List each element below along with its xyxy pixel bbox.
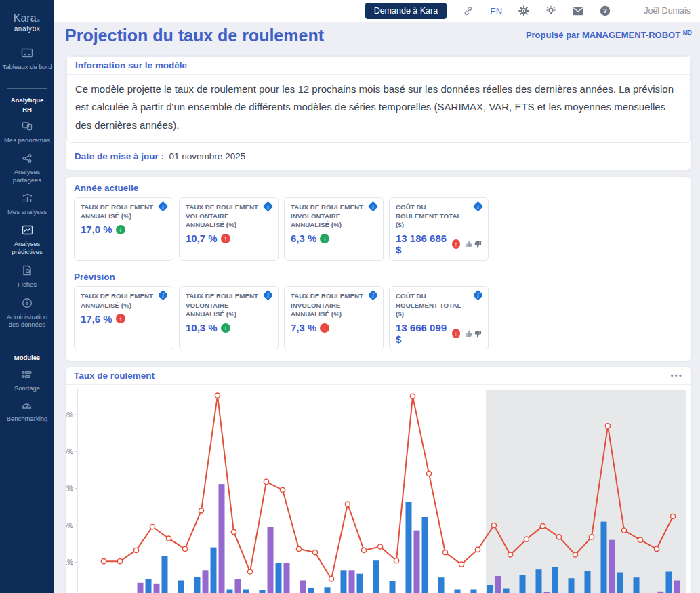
sidebar-item-label: Tableaux de bord <box>3 63 52 71</box>
sidebar-divider <box>7 41 47 41</box>
chart-menu-dots-icon[interactable]: ••• <box>670 371 683 381</box>
thumbs-down-icon[interactable] <box>474 241 482 248</box>
sidebar-item-label: Benchmarking <box>7 415 48 423</box>
dashboard-icon <box>21 48 33 61</box>
kpi-value: 17,6 % <box>81 313 112 325</box>
svg-text:2%: 2% <box>66 485 73 492</box>
thumbs-up-icon[interactable] <box>465 330 472 338</box>
sidebar-item-label: Mes panoramas <box>4 136 50 144</box>
kpi-card-voluntary-turnover: TAUX DE ROULEMENT VOLONTAIRE ANNUALISÉ (… <box>179 197 279 262</box>
trend-icon: ↓ <box>320 234 329 243</box>
kpi-card-turnover-annualized-forecast: TAUX DE ROULEMENT ANNUALISÉ (%) 17,6 % ↑… <box>74 286 173 350</box>
update-date-row: Date de mise à jour : 01 novembre 2025 <box>66 144 691 170</box>
turnover-chart-panel: Taux de roulement ••• 0%0.5%1%1.5%2%2.5%… <box>65 367 692 593</box>
main-content: Projection du taux de roulement Propulsé… <box>54 22 700 593</box>
sidebar-item-label: Mes analyses <box>7 208 47 216</box>
trend-icon: ↑ <box>116 314 125 323</box>
turnover-chart: 0%0.5%1%1.5%2%2.5%3%décembre, 2023juin, … <box>66 386 693 593</box>
trend-icon: ↑ <box>452 329 460 338</box>
svg-text:1%: 1% <box>66 558 73 566</box>
kpi-card-involuntary-turnover: TAUX DE ROULEMENT INVOLONTAIRE ANNUALISÉ… <box>284 197 384 262</box>
logo-dot: . <box>37 7 41 25</box>
model-info-description: Ce modèle projette le taux de roulement … <box>67 75 690 142</box>
kpi-label: COÛT DU ROULEMENT TOTAL ($) <box>396 203 482 230</box>
powered-by: Propulsé par MANAGEMENT-ROBOT MD <box>526 29 692 40</box>
info-diamond-icon[interactable]: i <box>473 201 484 211</box>
kpi-label: TAUX DE ROULEMENT VOLONTAIRE ANNUALISÉ (… <box>186 291 272 319</box>
thumbs-down-icon[interactable] <box>474 330 482 338</box>
kpi-label: TAUX DE ROULEMENT VOLONTAIRE ANNUALISÉ (… <box>186 203 272 230</box>
chart-title: Taux de roulement <box>74 371 155 381</box>
page-title: Projection du taux de roulement <box>65 26 324 45</box>
sidebar-divider <box>7 88 47 89</box>
share-network-icon <box>22 153 33 166</box>
kpi-card-involuntary-turnover-forecast: TAUX DE ROULEMENT INVOLONTAIRE ANNUALISÉ… <box>284 286 384 350</box>
kpi-value: 7,3 % <box>291 322 316 333</box>
sidebar-item-label: Analyses prédictives <box>2 240 52 256</box>
trend-icon: ↑ <box>320 323 329 333</box>
kpi-label: TAUX DE ROULEMENT ANNUALISÉ (%) <box>81 291 167 309</box>
sidebar-item-mes-analyses[interactable]: Mes analyses <box>7 193 47 216</box>
trademark-sup: MD <box>683 29 692 36</box>
screens-icon <box>22 121 33 134</box>
kpi-panel: Année actuelle TAUX DE ROULEMENT ANNUALI… <box>65 176 692 361</box>
model-info-header: Information sur le modèle <box>67 57 690 75</box>
topbar: Demande à Kara EN ? <box>54 0 700 22</box>
model-info-card: Information sur le modèle Ce modèle proj… <box>66 56 691 143</box>
language-toggle[interactable]: EN <box>490 6 502 16</box>
app-logo[interactable]: Kara. analytix <box>14 8 41 33</box>
kpi-card-turnover-cost-forecast: COÛT DU ROULEMENT TOTAL ($) 13 666 099 $… <box>389 286 489 350</box>
topbar-divider <box>627 2 627 20</box>
link-icon[interactable] <box>463 5 474 16</box>
user-menu[interactable]: Joël Dumais <box>644 6 691 16</box>
update-date-label: Date de mise à jour : <box>75 151 164 161</box>
sidebar-item-benchmarking[interactable]: Benchmarking <box>7 401 48 423</box>
forecast-kpi-row: TAUX DE ROULEMENT ANNUALISÉ (%) 17,6 % ↑… <box>74 286 683 350</box>
trend-icon: ↓ <box>116 225 125 234</box>
kpi-value: 10,3 % <box>186 322 218 333</box>
mail-icon[interactable] <box>573 5 583 16</box>
sidebar-item-label: Analyses partagées <box>2 168 52 184</box>
current-kpi-row: TAUX DE ROULEMENT ANNUALISÉ (%) 17,0 % ↓… <box>74 197 683 262</box>
info-diamond-icon[interactable]: i <box>368 201 379 211</box>
kpi-value: 17,0 % <box>81 224 112 235</box>
info-circle-icon <box>22 298 33 311</box>
sidebar-item-label: Administration des données <box>2 313 52 329</box>
ask-kara-button[interactable]: Demande à Kara <box>365 3 447 19</box>
info-diamond-icon[interactable]: i <box>263 201 274 211</box>
svg-text:3%: 3% <box>66 411 73 419</box>
kpi-label: TAUX DE ROULEMENT ANNUALISÉ (%) <box>81 203 167 220</box>
kpi-label: TAUX DE ROULEMENT INVOLONTAIRE ANNUALISÉ… <box>291 291 377 319</box>
sidebar-item-fiches[interactable]: Fiches <box>18 265 37 289</box>
logo-brand: Kara <box>14 12 37 24</box>
kpi-card-turnover-annualized: TAUX DE ROULEMENT ANNUALISÉ (%) 17,0 % ↓… <box>74 197 173 262</box>
lightbulb-icon[interactable] <box>545 5 556 16</box>
sidebar: Kara. analytix Tableaux de bord Analytiq… <box>0 0 54 593</box>
thumbs-up-icon[interactable] <box>465 241 472 248</box>
doc-search-icon <box>22 265 33 279</box>
info-diamond-icon[interactable]: i <box>158 201 169 211</box>
kpi-value: 6,3 % <box>291 232 316 244</box>
logo-sub: analytix <box>14 26 41 33</box>
sidebar-item-analyses-partagees[interactable]: Analyses partagées <box>2 153 52 184</box>
chart-body: 0%0.5%1%1.5%2%2.5%3%décembre, 2023juin, … <box>66 385 691 593</box>
current-year-title: Année actuelle <box>74 183 683 193</box>
gear-icon[interactable] <box>518 5 529 16</box>
sidebar-item-label: Sondage <box>14 384 40 392</box>
svg-text:2.5%: 2.5% <box>66 448 73 455</box>
sidebar-divider <box>7 346 47 346</box>
sidebar-item-analyses-predictives[interactable]: Analyses prédictives <box>2 225 52 256</box>
kpi-value: 13 666 099 $ <box>396 322 449 345</box>
gauge-icon <box>21 401 33 413</box>
sidebar-item-label: Fiches <box>18 281 37 289</box>
trend-icon: ↓ <box>221 323 230 333</box>
sidebar-section-modules: Modules <box>14 353 41 363</box>
help-icon[interactable]: ? <box>600 5 611 16</box>
sidebar-item-tableaux-de-bord[interactable]: Tableaux de bord <box>3 48 52 71</box>
sidebar-item-sondage[interactable]: Sondage <box>14 370 40 392</box>
sidebar-item-administration-des-donnees[interactable]: Administration des données <box>2 298 52 329</box>
kpi-card-turnover-cost: COÛT DU ROULEMENT TOTAL ($) 13 186 686 $… <box>389 197 489 262</box>
kpi-value: 13 186 686 $ <box>396 232 449 255</box>
sidebar-item-mes-panoramas[interactable]: Mes panoramas <box>4 121 50 144</box>
model-info-panel: Information sur le modèle Ce modèle proj… <box>65 55 692 171</box>
